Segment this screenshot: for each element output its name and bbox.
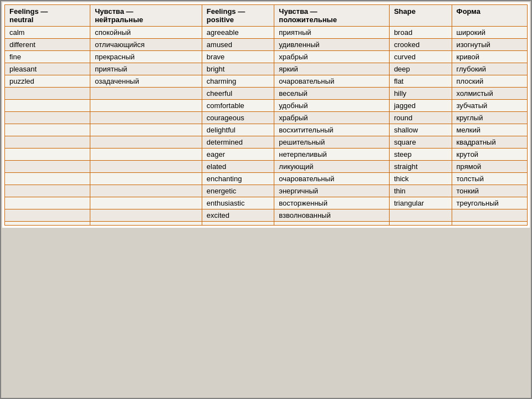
shape-ru-cell: квадратный bbox=[452, 136, 527, 149]
main-window: Feelings —neutral Чувства —нейтральные F… bbox=[0, 0, 532, 399]
positive-ru-cell: храбрый bbox=[274, 51, 390, 63]
neutral-en-cell bbox=[5, 185, 90, 197]
shape-ru-cell: широкий bbox=[452, 27, 527, 39]
neutral-ru-cell bbox=[90, 124, 202, 136]
table-row: elated ликующий straight прямой bbox=[5, 161, 528, 173]
table-row: energetic энергичный thin тонкий bbox=[5, 185, 528, 197]
shape-en-cell: crooked bbox=[389, 39, 452, 51]
header-chuvstva-positive: Чувства —положительные bbox=[274, 5, 390, 27]
shape-en-cell: square bbox=[389, 136, 452, 149]
neutral-en-cell bbox=[5, 209, 90, 222]
positive-en-cell: agreeable bbox=[202, 27, 274, 39]
positive-ru-cell: приятный bbox=[274, 27, 390, 39]
positive-en-cell: charming bbox=[202, 75, 274, 88]
positive-ru-cell: веселый bbox=[274, 88, 390, 100]
positive-ru-cell: очаровательный bbox=[274, 173, 390, 185]
shape-ru-cell: мелкий bbox=[452, 124, 527, 136]
table-row: determined решительный square квадратный bbox=[5, 136, 528, 149]
positive-en-cell: amused bbox=[202, 39, 274, 51]
table-row: enthusiastic восторженный triangular тре… bbox=[5, 197, 528, 209]
positive-en-cell: determined bbox=[202, 136, 274, 149]
shape-en-cell: jagged bbox=[389, 100, 452, 112]
shape-ru-cell bbox=[452, 209, 527, 222]
shape-en-cell: broad bbox=[389, 27, 452, 39]
table-row: eager нетерпеливый steep крутой bbox=[5, 149, 528, 161]
header-forma: Форма bbox=[452, 5, 527, 27]
shape-en-cell: steep bbox=[389, 149, 452, 161]
shape-en-cell: deep bbox=[389, 63, 452, 75]
positive-en-cell: enthusiastic bbox=[202, 197, 274, 209]
neutral-ru-cell bbox=[90, 161, 202, 173]
positive-ru-cell: взволнованный bbox=[274, 209, 390, 222]
neutral-en-cell bbox=[5, 124, 90, 136]
shape-ru-cell: плоский bbox=[452, 75, 527, 88]
neutral-en-cell bbox=[5, 112, 90, 124]
neutral-ru-cell: прекрасный bbox=[90, 51, 202, 63]
shape-en-cell: round bbox=[389, 112, 452, 124]
header-shape: Shape bbox=[389, 5, 452, 27]
shape-ru-cell: крутой bbox=[452, 149, 527, 161]
positive-en-cell: comfortable bbox=[202, 100, 274, 112]
table-row: enchanting очаровательный thick толстый bbox=[5, 173, 528, 185]
positive-ru-cell: яркий bbox=[274, 63, 390, 75]
neutral-ru-cell bbox=[90, 197, 202, 209]
positive-en-cell: brave bbox=[202, 51, 274, 63]
table-container: Feelings —neutral Чувства —нейтральные F… bbox=[2, 2, 530, 228]
neutral-en-cell bbox=[5, 149, 90, 161]
positive-ru-cell: храбрый bbox=[274, 112, 390, 124]
positive-ru-cell: восторженный bbox=[274, 197, 390, 209]
positive-ru-cell: очаровательный bbox=[274, 75, 390, 88]
shape-en-cell: hilly bbox=[389, 88, 452, 100]
positive-en-cell bbox=[202, 222, 274, 226]
neutral-ru-cell bbox=[90, 136, 202, 149]
shape-en-cell: shallow bbox=[389, 124, 452, 136]
shape-ru-cell: толстый bbox=[452, 173, 527, 185]
table-row: puzzled озадаченный charming очарователь… bbox=[5, 75, 528, 88]
header-feelings-positive: Feelings —positive bbox=[202, 5, 274, 27]
neutral-ru-cell bbox=[90, 149, 202, 161]
neutral-ru-cell bbox=[90, 209, 202, 222]
positive-en-cell: excited bbox=[202, 209, 274, 222]
shape-ru-cell: холмистый bbox=[452, 88, 527, 100]
positive-ru-cell: решительный bbox=[274, 136, 390, 149]
shape-en-cell: flat bbox=[389, 75, 452, 88]
shape-ru-cell: треугольный bbox=[452, 197, 527, 209]
shape-en-cell bbox=[389, 209, 452, 222]
shape-ru-cell: кривой bbox=[452, 51, 527, 63]
neutral-en-cell bbox=[5, 222, 90, 226]
shape-en-cell: thick bbox=[389, 173, 452, 185]
shape-ru-cell: прямой bbox=[452, 161, 527, 173]
shape-en-cell: straight bbox=[389, 161, 452, 173]
neutral-ru-cell bbox=[90, 112, 202, 124]
neutral-ru-cell bbox=[90, 88, 202, 100]
neutral-ru-cell bbox=[90, 173, 202, 185]
neutral-ru-cell bbox=[90, 222, 202, 226]
positive-ru-cell: энергичный bbox=[274, 185, 390, 197]
shape-en-cell: triangular bbox=[389, 197, 452, 209]
shape-ru-cell: тонкий bbox=[452, 185, 527, 197]
positive-ru-cell: нетерпеливый bbox=[274, 149, 390, 161]
shape-ru-cell: круглый bbox=[452, 112, 527, 124]
neutral-ru-cell: спокойный bbox=[90, 27, 202, 39]
positive-en-cell: elated bbox=[202, 161, 274, 173]
neutral-en-cell: calm bbox=[5, 27, 90, 39]
neutral-ru-cell bbox=[90, 185, 202, 197]
table-row: calm спокойный agreeable приятный broad … bbox=[5, 27, 528, 39]
table-row: comfortable удобный jagged зубчатый bbox=[5, 100, 528, 112]
positive-en-cell: bright bbox=[202, 63, 274, 75]
neutral-en-cell: fine bbox=[5, 51, 90, 63]
neutral-en-cell: puzzled bbox=[5, 75, 90, 88]
neutral-en-cell bbox=[5, 197, 90, 209]
table-row: fine прекрасный brave храбрый curved кри… bbox=[5, 51, 528, 63]
positive-ru-cell: восхитительный bbox=[274, 124, 390, 136]
vocabulary-table: Feelings —neutral Чувства —нейтральные F… bbox=[4, 4, 528, 226]
neutral-ru-cell: озадаченный bbox=[90, 75, 202, 88]
shape-en-cell: curved bbox=[389, 51, 452, 63]
positive-en-cell: delightful bbox=[202, 124, 274, 136]
positive-en-cell: courageous bbox=[202, 112, 274, 124]
shape-ru-cell: зубчатый bbox=[452, 100, 527, 112]
shape-ru-cell: изогнутый bbox=[452, 39, 527, 51]
shape-ru-cell bbox=[452, 222, 527, 226]
shape-en-cell bbox=[389, 222, 452, 226]
table-row: different отличающийся amused удивленный… bbox=[5, 39, 528, 51]
